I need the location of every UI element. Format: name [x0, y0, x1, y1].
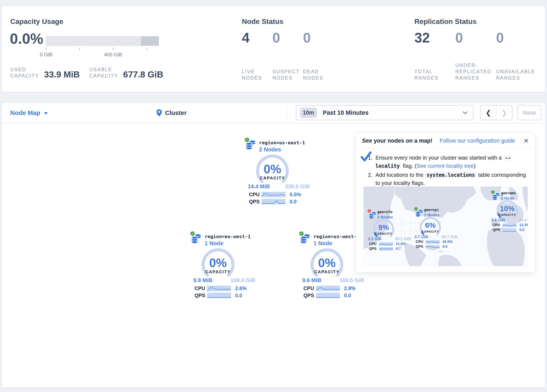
region-card-eu-west-1[interactable]: ✓ region=eu-west-1 1 Node 0% CAPACITY 9.… [189, 231, 260, 302]
capacity-gauge-label: CAPACITY [419, 230, 442, 233]
capacity-gauge-label: CAPACITY [496, 213, 519, 217]
locality-name: geo=ams [501, 191, 516, 195]
cpu-metric-row: CPU 12.3% [492, 223, 528, 227]
capacity-axis-tick [46, 48, 46, 50]
configuration-guide-link[interactable]: Follow our configuration guide [440, 138, 515, 144]
chevron-down-icon [44, 112, 48, 115]
time-nav-buttons: ❮ ❯ [480, 105, 513, 120]
chevron-down-icon [463, 111, 468, 114]
capacity-gauge-percent: 0% [255, 162, 290, 176]
capacity-usage-title: Capacity Usage [10, 17, 63, 26]
step-text: ) [474, 163, 476, 169]
popup-header: See your nodes on a map! Follow our conf… [356, 133, 535, 149]
cpu-sparkline [426, 240, 440, 244]
qps-sparkline [426, 245, 440, 248]
region-card-us-east-1[interactable]: ✓ region=us-east-1 2 Nodes 0% CAPACITY 1… [243, 137, 314, 208]
system-locations-code: system.locations [425, 172, 477, 178]
capacity-axis-tick [113, 48, 113, 50]
suspect-nodes-value: 0 [273, 30, 280, 45]
qps-metric-row: QPS 0.0 [195, 293, 259, 298]
capacity-gauge-percent: 9% [372, 223, 395, 232]
locality-tree-link[interactable]: See current locality tree [417, 163, 474, 169]
qps-sparkline [379, 247, 393, 251]
qps-sparkline [503, 228, 516, 232]
healthy-check-icon: ✓ [190, 231, 195, 236]
qps-label: QPS [369, 247, 379, 251]
now-button[interactable]: Now [518, 105, 541, 120]
time-prev-button[interactable]: ❮ [481, 106, 496, 120]
example-node-map: 1 geo=sfo 2 Nodes 9% CAPACITY 3.2 GiB 35… [363, 186, 528, 266]
region-name: region=us-east-1 [259, 140, 305, 145]
breadcrumb-cluster[interactable]: Cluster [157, 103, 187, 123]
qps-value: 0.0 [290, 199, 297, 205]
time-range-selector[interactable]: 10m Past 10 Minutes [296, 105, 473, 120]
used-capacity: 3.7 GiB [414, 234, 428, 239]
usable-capacity-label: USABLE CAPACITY [89, 66, 118, 79]
map-toolbar: Node Map Cluster 10m Past 10 Minutes ❮ ❯… [2, 103, 545, 123]
qps-metric-row: QPS 0.0 [492, 228, 528, 232]
map-pin-icon [157, 109, 162, 117]
capacity-gauge-percent: 6% [419, 221, 442, 229]
healthy-check-icon: ✓ [414, 207, 418, 211]
cpu-sparkline [503, 223, 516, 227]
healthy-check-icon: ✓ [299, 231, 304, 236]
time-next-button[interactable]: ❯ [496, 106, 512, 120]
setup-steps: 1. Ensure every node in your cluster was… [356, 149, 535, 187]
capacity-gauge-label: CAPACITY [309, 269, 345, 274]
setup-step-2: 2. Add locations to the system.locations… [368, 171, 528, 187]
healthy-check-icon: ✓ [491, 190, 495, 194]
used-capacity-label: USED CAPACITY [10, 66, 39, 79]
total-ranges-value: 32 [414, 30, 430, 45]
capacity-axis-tick [146, 48, 147, 50]
qps-label: QPS [249, 199, 262, 205]
used-capacity-value: 33.9 MiB [44, 70, 80, 79]
cpu-metric-row: CPU 5.5% [249, 192, 313, 198]
capacity-usage-percent: 0.0% [10, 30, 43, 47]
replication-status-title: Replication Status [414, 17, 477, 26]
cpu-metric-row: CPU 2.8% [303, 285, 368, 291]
cpu-value: 12.3% [519, 223, 528, 227]
close-icon[interactable]: ✕ [524, 137, 529, 144]
capacity-axis-label: 0 GiB [40, 52, 52, 58]
capacity-gauge-label: CAPACITY [200, 269, 236, 274]
qps-metric-row: QPS 0.0 [303, 293, 368, 298]
region-node-count: 2 Nodes [259, 146, 281, 153]
setup-step-1: 1. Ensure every node in your cluster was… [368, 154, 528, 170]
cpu-label: CPU [195, 285, 207, 291]
cpu-sparkline [316, 286, 340, 291]
node-status-title: Node Status [242, 17, 283, 26]
qps-metric-row: QPS 4.7 [369, 247, 412, 251]
locality-name: geo=nyc [424, 208, 439, 212]
warning-badge: 1 [367, 209, 371, 213]
qps-sparkline [262, 199, 285, 204]
capacity-gauge-label: CAPACITY [372, 232, 395, 235]
cpu-value: 11.0% [396, 242, 406, 246]
cpu-sparkline [262, 192, 285, 197]
qps-sparkline [316, 293, 340, 298]
qps-sparkline [207, 293, 231, 298]
time-range-badge: 10m [300, 108, 317, 118]
cpu-value: 5.5% [290, 192, 301, 198]
used-capacity: 9.6 MiB [302, 277, 321, 283]
qps-metric-row: QPS 0.0 [416, 245, 458, 249]
qps-value: 4.7 [396, 247, 401, 251]
qps-label: QPS [303, 293, 316, 298]
view-selector-dropdown[interactable]: Node Map [10, 103, 48, 123]
locality-name: geo=sfo [377, 210, 392, 214]
capacity-gauge-percent: 10% [496, 204, 519, 213]
used-capacity: 3.6 GiB [491, 218, 505, 222]
cpu-value: 42.5% [443, 240, 452, 244]
qps-value: 0.0 [235, 293, 242, 298]
total-capacity: 169.4 GiB [230, 277, 255, 283]
dead-nodes-value: 0 [303, 30, 311, 45]
popup-title: See your nodes on a map! [362, 138, 432, 144]
qps-metric-row: QPS 0.0 [249, 199, 313, 205]
cpu-label: CPU [369, 242, 379, 246]
total-capacity: 35.1 GiB [395, 237, 411, 241]
total-capacity: 338.9 GiB [285, 183, 310, 190]
capacity-usage-bar [46, 36, 159, 46]
healthy-check-icon: ✓ [244, 137, 250, 142]
total-capacity: 34.4 GiB [519, 218, 528, 222]
cpu-label: CPU [492, 223, 503, 227]
node-map-area: ✓ region=us-east-1 2 Nodes 0% CAPACITY 1… [2, 123, 545, 388]
